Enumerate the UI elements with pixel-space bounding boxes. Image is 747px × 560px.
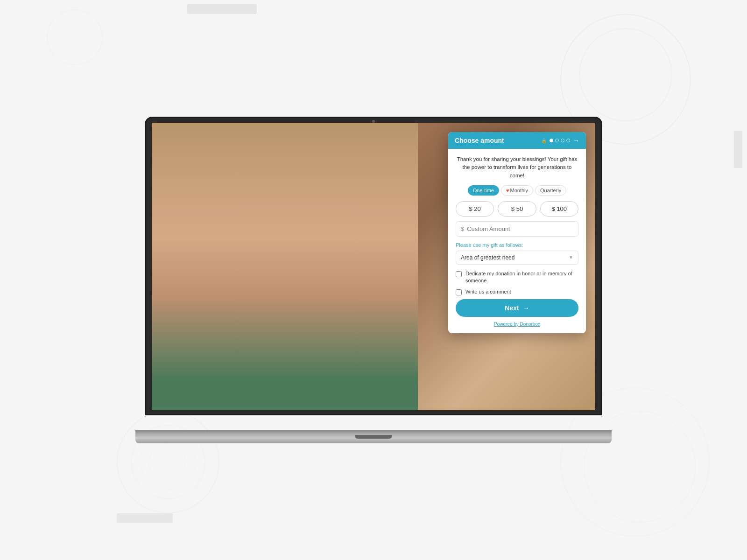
amount-100[interactable]: $ 100 [540,201,578,217]
amount-20-label: $ 20 [469,205,481,212]
comment-label: Write us a comment [465,288,511,295]
photo-subject [152,123,418,410]
dot-3 [561,139,564,142]
dropdown-value: Area of greatest need [461,254,514,261]
header-right: 🔒 → [541,137,579,144]
progress-dots [550,139,570,142]
lock-icon: 🔒 [541,138,547,143]
amount-buttons: $ 20 $ 50 $ 100 [456,201,578,217]
dedicate-checkbox[interactable] [456,271,462,277]
amount-100-label: $ 100 [552,205,567,212]
checkbox-comment: Write us a comment [456,288,578,295]
custom-amount-wrapper: $ [456,221,578,237]
gift-label: Please use my gift as follows: [456,242,578,248]
modal-title: Choose amount [455,137,504,144]
laptop: Choose amount 🔒 → [145,117,602,443]
dot-4 [566,139,570,142]
amount-20[interactable]: $ 20 [456,201,494,217]
next-label: Next [505,304,519,312]
tab-one-time-label: One-time [473,188,494,193]
laptop-base [135,430,612,443]
dot-2 [555,139,559,142]
webcam [372,120,375,123]
laptop-notch [355,435,392,439]
tab-monthly[interactable]: ♥Monthly [501,185,533,196]
screen-content: Choose amount 🔒 → [152,123,595,410]
dollar-sign-icon: $ [461,225,464,232]
tab-one-time[interactable]: One-time [468,185,499,196]
amount-50[interactable]: $ 50 [498,201,536,217]
donation-modal: Choose amount 🔒 → [448,132,586,333]
checkbox-dedicate: Dedicate my donation in honor or in memo… [456,270,578,285]
tab-quarterly[interactable]: Quarterly [535,185,566,196]
dot-1 [550,139,553,142]
laptop-screen: Choose amount 🔒 → [145,117,602,415]
next-button[interactable]: Next → [456,299,578,317]
amount-50-label: $ 50 [511,205,523,212]
header-arrow-icon[interactable]: → [573,137,579,144]
powered-by[interactable]: Powered by Donorbox [456,322,578,327]
heart-icon: ♥ [506,188,509,193]
dedicate-label: Dedicate my donation in honor or in memo… [465,270,578,285]
tab-quarterly-label: Quarterly [540,188,561,193]
gift-dropdown[interactable]: Area of greatest need ▼ [456,251,578,265]
chevron-down-icon: ▼ [569,255,573,260]
comment-checkbox[interactable] [456,289,462,295]
custom-amount-input[interactable] [467,225,573,232]
thank-you-text: Thank you for sharing your blessings! Yo… [456,155,578,180]
background-photo: Choose amount 🔒 → [152,123,595,410]
tab-monthly-label: Monthly [510,188,529,193]
modal-header: Choose amount 🔒 → [448,132,586,149]
frequency-tabs: One-time ♥Monthly Quarterly [456,185,578,196]
next-arrow-icon: → [523,304,529,312]
modal-body: Thank you for sharing your blessings! Yo… [448,149,586,333]
